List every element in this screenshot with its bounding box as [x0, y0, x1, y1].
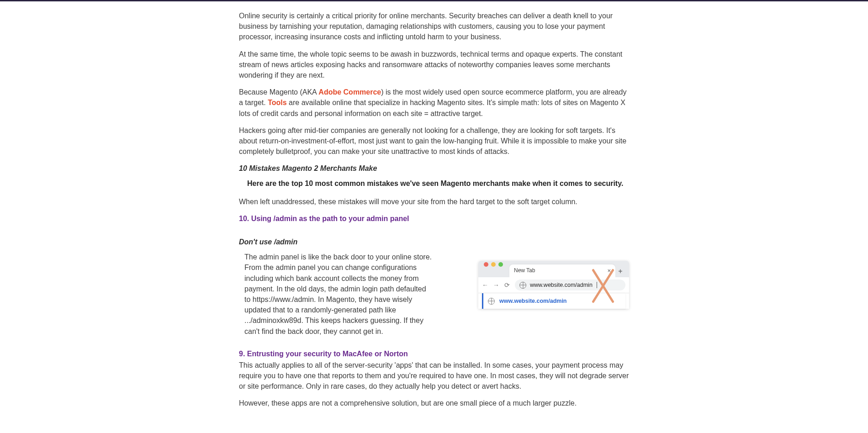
- tab-label: New Tab: [514, 267, 535, 275]
- article-body: Online security is certainly a critical …: [239, 1, 629, 433]
- forward-icon: →: [493, 280, 499, 290]
- paragraph: However, these apps are not a comprehens…: [239, 398, 629, 408]
- window-controls: [482, 256, 503, 277]
- subheading-dont-use-admin: Don't use /admin: [239, 237, 629, 247]
- close-dot-icon: [484, 262, 488, 267]
- browser-tabbar: New Tab × +: [478, 261, 629, 277]
- paragraph: At the same time, the whole topic seems …: [239, 49, 629, 81]
- close-icon: ×: [607, 267, 611, 275]
- text: are available online that specialize in …: [239, 99, 625, 117]
- globe-icon: [519, 282, 526, 289]
- zoom-dot-icon: [498, 262, 503, 267]
- url-suggestion: www.website.com/admin: [482, 293, 625, 309]
- admin-explainer: The admin panel is like the back door to…: [239, 252, 432, 337]
- link-adobe-commerce[interactable]: Adobe Commerce: [318, 88, 381, 96]
- reload-icon: ⟳: [504, 280, 510, 290]
- paragraph: Online security is certainly a critical …: [239, 11, 629, 42]
- globe-icon: [488, 298, 495, 305]
- text-url: https://www./admin: [253, 296, 314, 303]
- browser-toolbar: ← → ⟳ www.website.com/admin: [478, 277, 629, 293]
- text-caret-icon: [597, 282, 597, 288]
- paragraph: Hackers going after mid-tier companies a…: [239, 125, 629, 157]
- paragraph: Because Magento (AKA Adobe Commerce) is …: [239, 87, 629, 119]
- url-box: www.website.com/admin: [515, 280, 625, 290]
- minimize-dot-icon: [491, 262, 496, 267]
- back-icon: ←: [482, 280, 488, 290]
- heading-10: 10. Using /admin as the path to your adm…: [239, 213, 629, 224]
- new-tab-icon: +: [615, 264, 625, 277]
- browser-illustration: New Tab × + ← → ⟳ www.website.com/admin: [445, 252, 629, 312]
- text: Because Magento (AKA: [239, 88, 318, 96]
- section-subtitle: 10 Mistakes Magento 2 Merchants Make: [239, 163, 629, 174]
- paragraph: This actually applies to all of the serv…: [239, 360, 629, 392]
- link-tools[interactable]: Tools: [268, 99, 286, 106]
- heading-9: 9. Entrusting your security to MacAfee o…: [239, 349, 629, 359]
- paragraph: When left unaddressed, these mistakes wi…: [239, 196, 629, 207]
- mock-browser: New Tab × + ← → ⟳ www.website.com/admin: [478, 261, 629, 309]
- typed-url: www.website.com/admin: [530, 281, 593, 289]
- two-column-row: The admin panel is like the back door to…: [239, 252, 629, 337]
- callout: Here are the top 10 most common mistakes…: [239, 178, 629, 189]
- browser-tab: New Tab ×: [509, 264, 615, 277]
- suggestion-text: www.website.com/admin: [499, 297, 567, 305]
